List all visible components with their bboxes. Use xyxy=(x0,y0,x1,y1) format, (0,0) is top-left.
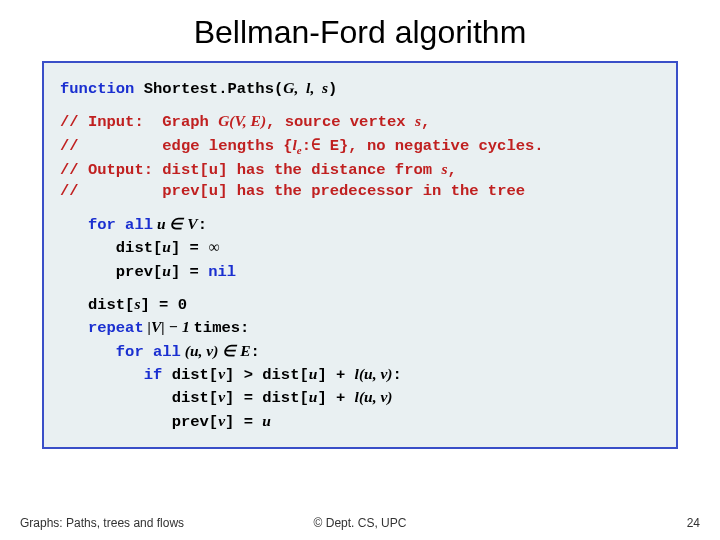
algorithm-code-block: function Shortest.Paths(G, l, s) // Inpu… xyxy=(42,61,678,449)
colon2: : xyxy=(240,319,249,337)
forall1-expr: u ∈ V xyxy=(153,215,198,232)
comment-input-1: // Input: Graph G(V, E), source vertex s… xyxy=(60,110,660,133)
zero: 0 xyxy=(178,296,187,314)
ap-l: prev[ xyxy=(172,413,219,431)
assign-dist: dist[v] = dist[u] + l(u, v) xyxy=(60,386,660,409)
ap-r: ] = xyxy=(225,413,262,431)
dist-s-open: dist[ xyxy=(88,296,135,314)
paren-open: ( xyxy=(274,80,283,98)
eq3: = xyxy=(150,296,178,314)
ad-r: ] + xyxy=(317,389,354,407)
dist-s-zero: dist[s] = 0 xyxy=(60,293,660,316)
init-dist: dist[u] = ∞ xyxy=(60,236,660,259)
c1a: G(V, E) xyxy=(218,112,266,129)
c1b: , source vertex xyxy=(266,113,415,131)
c1: // Input: Graph xyxy=(60,113,218,131)
kw-if: if xyxy=(144,366,163,384)
u5: u xyxy=(262,412,271,429)
u2: u xyxy=(162,262,171,279)
comment-input-2: // edge lengths {le:∈ E}, no negative cy… xyxy=(60,134,660,158)
fn-name: Shortest.Paths xyxy=(144,80,274,98)
paren-close: ) xyxy=(328,80,337,98)
init-prev: prev[u] = nil xyxy=(60,260,660,283)
c2b: :∈ E}, no negative cycles. xyxy=(302,137,544,155)
colon1: : xyxy=(198,216,207,234)
comment-output-1: // Output: dist[u] has the distance from… xyxy=(60,158,660,181)
kw-function: function xyxy=(60,80,134,98)
cond-r: ] + xyxy=(317,366,354,384)
u1: u xyxy=(162,238,171,255)
inf: ∞ xyxy=(208,238,219,255)
colon3: : xyxy=(250,343,259,361)
times: times xyxy=(194,319,241,337)
v1: v xyxy=(218,365,225,382)
cond-l: dist[ xyxy=(162,366,218,384)
forall2-expr: (u, v) ∈ E xyxy=(181,342,251,359)
br2: ] xyxy=(171,263,180,281)
v3: v xyxy=(218,412,225,429)
slide-title: Bellman-Ford algorithm xyxy=(0,0,720,61)
kw-nil: nil xyxy=(208,263,236,281)
largs1: (u, v) xyxy=(359,365,393,382)
rep-expr: |V| − 1 xyxy=(144,318,194,335)
cond-mid: ] > dist[ xyxy=(225,366,309,384)
eq1: = xyxy=(180,239,208,257)
fn-decl: function Shortest.Paths(G, l, s) xyxy=(60,77,660,100)
c2: // edge lengths { xyxy=(60,137,293,155)
largs2: (u, v) xyxy=(359,388,393,405)
kw-for-all-2: for all xyxy=(116,343,181,361)
forall-V: for all u ∈ V: xyxy=(60,213,660,236)
comment-output-2: // prev[u] has the predecessor in the tr… xyxy=(60,181,660,202)
c4: // prev[u] has the predecessor in the tr… xyxy=(60,182,525,200)
kw-for-all-1: for all xyxy=(88,216,153,234)
br3: ] xyxy=(140,296,149,314)
colon4: : xyxy=(392,366,401,384)
ad-l: dist[ xyxy=(172,389,219,407)
eq2: = xyxy=(180,263,208,281)
c3: // Output: dist[u] has the distance from xyxy=(60,161,441,179)
br1: ] xyxy=(171,239,180,257)
forall-E: for all (u, v) ∈ E: xyxy=(60,340,660,363)
dist-open: dist[ xyxy=(116,239,163,257)
footer-mid: © Dept. CS, UPC xyxy=(0,516,720,530)
c1d: , xyxy=(421,113,430,131)
slide-number: 24 xyxy=(687,516,700,530)
ad-mid: ] = dist[ xyxy=(225,389,309,407)
if-cond: if dist[v] > dist[u] + l(u, v): xyxy=(60,363,660,386)
c3b: , xyxy=(447,161,456,179)
v2: v xyxy=(218,388,225,405)
kw-repeat: repeat xyxy=(88,319,144,337)
prev-open: prev[ xyxy=(116,263,163,281)
fn-args: G, l, s xyxy=(283,79,328,96)
assign-prev: prev[v] = u xyxy=(60,410,660,433)
repeat-line: repeat |V| − 1 times: xyxy=(60,316,660,339)
